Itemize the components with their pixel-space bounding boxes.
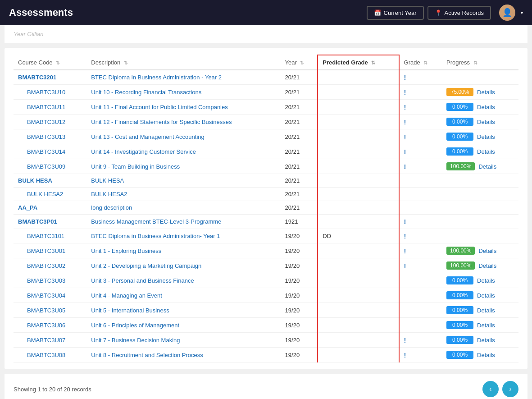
progress-bar: 0.00% <box>446 291 473 299</box>
header-actions: 📅 Current Year 📍 Active Records 👤 ▾ <box>367 5 523 21</box>
details-link[interactable]: Details <box>478 262 496 269</box>
col-predicted-grade[interactable]: Predicted Grade ⇅ <box>318 55 399 70</box>
cell-course-code: BMABTC3U05 <box>14 303 86 318</box>
cell-progress: 0.00%Details <box>442 318 518 333</box>
showing-records-text: Showing 1 to 20 of 20 records <box>14 386 91 393</box>
calendar-icon: 📅 <box>374 9 381 16</box>
details-link[interactable]: Details <box>477 89 495 96</box>
cell-predicted-grade: DD <box>318 229 399 243</box>
prev-page-button[interactable]: ‹ <box>482 381 499 397</box>
cell-progress: 0.00%Details <box>442 333 518 348</box>
col-year[interactable]: Year ⇅ <box>281 55 318 70</box>
details-link[interactable]: Details <box>478 163 496 170</box>
active-records-button[interactable]: 📍 Active Records <box>427 6 491 20</box>
cell-progress: 0.00%Details <box>442 288 518 303</box>
avatar-image: 👤 <box>499 5 515 21</box>
details-link[interactable]: Details <box>478 248 496 254</box>
cell-progress <box>442 174 518 188</box>
current-year-button[interactable]: 📅 Current Year <box>367 6 424 20</box>
progress-bar: 100.00% <box>446 162 475 170</box>
cell-course-code: BMABTC3U04 <box>14 288 86 303</box>
cell-progress: 0.00%Details <box>442 348 518 362</box>
details-link[interactable]: Details <box>477 277 495 284</box>
cell-predicted-grade <box>318 100 399 115</box>
cell-year: 20/21 <box>281 201 318 215</box>
cell-description: Unit 13 - Cost and Management Accounting <box>86 129 280 144</box>
assessments-table: Course Code ⇅ Description ⇅ Year ⇅ Predi… <box>14 55 518 362</box>
cell-predicted-grade <box>318 129 399 144</box>
grade-exclamation: ! <box>404 262 406 270</box>
cell-grade: ! <box>399 144 442 159</box>
col-description[interactable]: Description ⇅ <box>86 55 280 70</box>
cell-course-code: BMABTC3U14 <box>14 144 86 159</box>
sort-icon-predicted: ⇅ <box>371 60 375 66</box>
cell-progress: 0.00%Details <box>442 100 518 115</box>
col-course-code[interactable]: Course Code ⇅ <box>14 55 86 70</box>
chevron-down-icon[interactable]: ▾ <box>521 10 523 15</box>
cell-grade <box>399 318 442 333</box>
table-row: BMABTC3U02Unit 2 - Developing a Marketin… <box>14 258 518 273</box>
next-page-button[interactable]: › <box>502 381 518 397</box>
cell-grade: ! <box>399 70 442 85</box>
details-link[interactable]: Details <box>477 322 495 329</box>
cell-course-code: BULK HESA <box>14 174 86 188</box>
cell-year: 19/20 <box>281 258 318 273</box>
grade-exclamation: ! <box>404 118 406 126</box>
cell-grade: ! <box>399 159 442 174</box>
cell-grade: ! <box>399 243 442 258</box>
cell-predicted-grade <box>318 188 399 201</box>
table-row: BMABTC3U07Unit 7 - Business Decision Mak… <box>14 333 518 348</box>
details-link[interactable]: Details <box>477 119 495 125</box>
details-link[interactable]: Details <box>477 352 495 358</box>
table-row: BMABTC3U12Unit 12 - Financial Statements… <box>14 115 518 129</box>
details-link[interactable]: Details <box>477 104 495 110</box>
cell-grade: ! <box>399 333 442 348</box>
filter-bar: Year Gillian <box>5 25 527 43</box>
cell-year: 20/21 <box>281 188 318 201</box>
cell-description: Unit 12 - Financial Statements for Speci… <box>86 115 280 129</box>
grade-exclamation: ! <box>404 218 406 225</box>
cell-predicted-grade <box>318 333 399 348</box>
cell-progress: 0.00%Details <box>442 144 518 159</box>
cell-grade <box>399 174 442 188</box>
cell-predicted-grade <box>318 159 399 174</box>
details-link[interactable]: Details <box>477 133 495 140</box>
cell-course-code: BMABTC3U01 <box>14 243 86 258</box>
cell-progress: 0.00%Details <box>442 115 518 129</box>
cell-predicted-grade <box>318 318 399 333</box>
cell-progress <box>442 215 518 229</box>
cell-year: 20/21 <box>281 85 318 100</box>
cell-grade: ! <box>399 258 442 273</box>
details-link[interactable]: Details <box>477 148 495 155</box>
cell-predicted-grade <box>318 243 399 258</box>
cell-progress <box>442 188 518 201</box>
details-link[interactable]: Details <box>477 292 495 299</box>
cell-description: BULK HESA <box>86 174 280 188</box>
cell-year: 1921 <box>281 215 318 229</box>
details-link[interactable]: Details <box>477 337 495 344</box>
progress-bar: 0.00% <box>446 118 473 126</box>
cell-year: 19/20 <box>281 333 318 348</box>
col-grade[interactable]: Grade ⇅ <box>399 55 442 70</box>
cell-predicted-grade <box>318 70 399 85</box>
cell-description: Unit 1 - Exploring Business <box>86 243 280 258</box>
progress-bar: 0.00% <box>446 276 473 284</box>
cell-course-code: BMABTC3U07 <box>14 333 86 348</box>
cell-year: 19/20 <box>281 243 318 258</box>
col-progress[interactable]: Progress ⇅ <box>442 55 518 70</box>
cell-year: 20/21 <box>281 100 318 115</box>
cell-description: Unit 4 - Managing an Event <box>86 288 280 303</box>
avatar[interactable]: 👤 <box>499 5 515 21</box>
details-link[interactable]: Details <box>477 307 495 314</box>
cell-grade <box>399 273 442 288</box>
grade-exclamation: ! <box>404 247 406 255</box>
progress-bar: 0.00% <box>446 147 473 156</box>
table-row: BMABTC3U05Unit 5 - International Busines… <box>14 303 518 318</box>
cell-description: Unit 5 - International Business <box>86 303 280 318</box>
cell-grade: ! <box>399 100 442 115</box>
cell-course-code: BMABTC3U02 <box>14 258 86 273</box>
cell-progress: 0.00%Details <box>442 129 518 144</box>
table-row: BMABTC3P01Business Management BTEC-Level… <box>14 215 518 229</box>
table-row: AA_PAlong description20/21 <box>14 201 518 215</box>
cell-grade <box>399 201 442 215</box>
